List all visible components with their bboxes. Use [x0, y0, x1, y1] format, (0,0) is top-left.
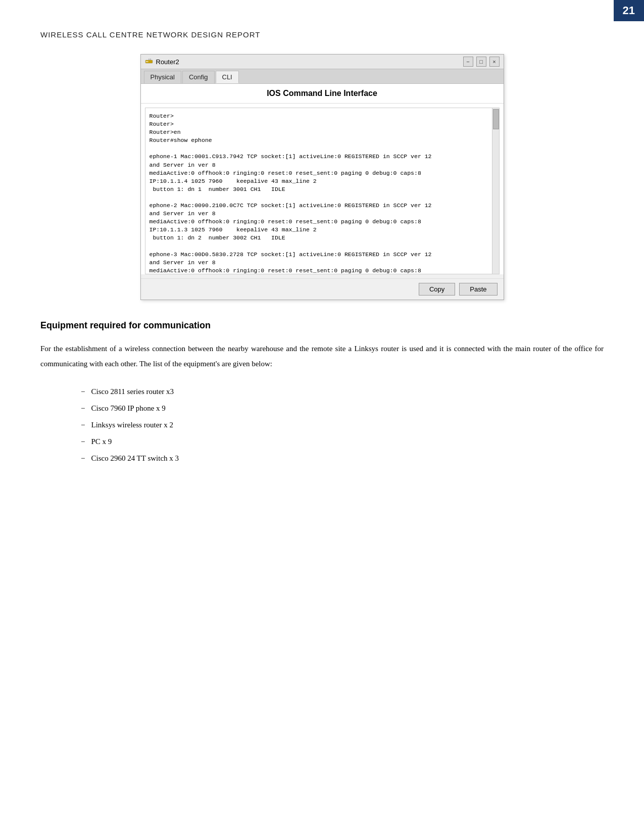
list-item-label-5: Cisco 2960 24 TT switch x 3	[91, 450, 179, 467]
pt-window-title: Router2	[156, 58, 179, 66]
cli-output: Router> Router> Router>en Router#show ep…	[150, 112, 495, 274]
page-number: 21	[614, 0, 644, 21]
router-icon	[145, 58, 153, 66]
list-item-label-4: PC x 9	[91, 433, 112, 450]
list-item-label-1: Cisco 2811 series router x3	[91, 383, 174, 400]
list-item: − Cisco 2960 24 TT switch x 3	[81, 450, 604, 467]
copy-button[interactable]: Copy	[419, 283, 455, 296]
list-item-label-3: Linksys wireless router x 2	[91, 417, 173, 433]
svg-point-1	[146, 61, 147, 62]
svg-point-2	[147, 61, 148, 62]
tab-cli[interactable]: CLI	[216, 71, 239, 83]
list-item: − Linksys wireless router x 2	[81, 417, 604, 433]
list-item-label-2: Cisco 7960 IP phone x 9	[91, 400, 165, 417]
tab-physical[interactable]: Physical	[144, 71, 181, 83]
cli-terminal[interactable]: Router> Router> Router>en Router#show ep…	[145, 108, 500, 274]
list-dash-2: −	[81, 400, 85, 417]
section-body: For the establishment of a wireless conn…	[40, 341, 604, 371]
list-dash-4: −	[81, 433, 85, 450]
paste-button[interactable]: Paste	[459, 283, 497, 296]
equipment-list: − Cisco 2811 series router x3 − Cisco 79…	[81, 383, 604, 467]
list-dash-5: −	[81, 450, 85, 467]
tab-config[interactable]: Config	[182, 71, 215, 83]
pt-content: IOS Command Line Interface Router> Route…	[141, 84, 504, 274]
report-title: WIRELESS CALL CENTRE NETWORK DESIGN REPO…	[40, 30, 604, 39]
pt-titlebar-controls: − □ ×	[463, 57, 500, 67]
pt-tabs: Physical Config CLI	[141, 69, 504, 84]
section-heading: Equipment required for communication	[40, 320, 604, 331]
list-dash-1: −	[81, 383, 85, 400]
minimize-button[interactable]: −	[463, 57, 473, 67]
list-item: − PC x 9	[81, 433, 604, 450]
pt-window: Router2 − □ × Physical Config CLI IOS Co…	[140, 54, 504, 300]
list-item: − Cisco 7960 IP phone x 9	[81, 400, 604, 417]
cli-header: IOS Command Line Interface	[141, 84, 504, 104]
pt-titlebar: Router2 − □ ×	[141, 55, 504, 69]
maximize-button[interactable]: □	[476, 57, 486, 67]
pt-bottom-bar: Copy Paste	[141, 278, 504, 300]
scrollbar[interactable]	[492, 108, 499, 274]
page: 21 WIRELESS CALL CENTRE NETWORK DESIGN R…	[0, 0, 644, 834]
list-dash-3: −	[81, 417, 85, 433]
close-button[interactable]: ×	[489, 57, 500, 67]
list-item: − Cisco 2811 series router x3	[81, 383, 604, 400]
scrollbar-thumb[interactable]	[493, 109, 499, 129]
pt-titlebar-left: Router2	[145, 58, 179, 66]
